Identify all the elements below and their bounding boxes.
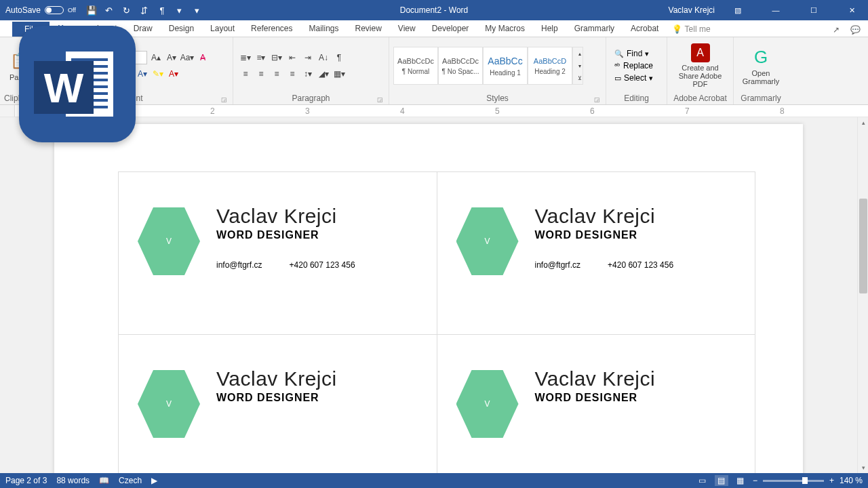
ruler-corner bbox=[0, 105, 15, 117]
styles-label: Styles bbox=[486, 94, 509, 103]
read-mode-icon[interactable]: ▭ bbox=[696, 475, 709, 486]
undo-icon[interactable]: ↶ bbox=[102, 3, 117, 18]
find-button[interactable]: 🔍 Find ▾ bbox=[613, 48, 654, 59]
align-right-icon[interactable]: ≡ bbox=[270, 67, 283, 81]
align-left-icon[interactable]: ≡ bbox=[239, 67, 252, 81]
group-editing: 🔍 Find ▾ ᵃᵇ Replace ▭ Select ▾ Editing bbox=[606, 37, 667, 104]
borders-icon[interactable]: ▦▾ bbox=[332, 67, 346, 81]
tab-help[interactable]: Help bbox=[533, 21, 566, 37]
ruler-mark: 6 bbox=[590, 106, 595, 116]
w-icon: W bbox=[34, 61, 94, 114]
touch-icon[interactable]: ⇵ bbox=[137, 3, 152, 18]
card-name: Vaclav Krejci bbox=[535, 205, 674, 228]
styles-down-icon[interactable]: ▾ bbox=[573, 60, 587, 72]
style-heading1[interactable]: AaBbCcHeading 1 bbox=[483, 47, 528, 85]
tab-developer[interactable]: Developer bbox=[424, 21, 477, 37]
style-nospacing[interactable]: AaBbCcDc¶ No Spac... bbox=[438, 47, 483, 85]
page[interactable]: V Vaclav Krejci WORD DESIGNER info@ftgrf… bbox=[54, 124, 803, 473]
tab-review[interactable]: Review bbox=[347, 21, 390, 37]
justify-icon[interactable]: ≡ bbox=[285, 67, 299, 81]
indent-icon[interactable]: ⇥ bbox=[301, 51, 315, 64]
tell-me[interactable]: 💡 Tell me bbox=[667, 22, 715, 37]
line-spacing-icon[interactable]: ↕▾ bbox=[301, 67, 315, 81]
customize-icon[interactable]: ▾ bbox=[172, 3, 187, 18]
tab-mymacros[interactable]: My Macros bbox=[477, 21, 533, 37]
font-color-icon[interactable]: A▾ bbox=[167, 67, 180, 81]
styles-more-icon[interactable]: ⊻ bbox=[573, 72, 587, 84]
maximize-icon[interactable]: ☐ bbox=[799, 0, 829, 20]
dialog-launcher-icon[interactable]: ◲ bbox=[377, 96, 383, 103]
tab-mailings[interactable]: Mailings bbox=[300, 21, 347, 37]
save-icon[interactable]: 💾 bbox=[84, 3, 99, 18]
tab-acrobat[interactable]: Acrobat bbox=[623, 21, 667, 37]
group-acrobat: ACreate and Share Adobe PDF Adobe Acroba… bbox=[667, 37, 734, 104]
card-phone: +420 607 123 456 bbox=[290, 260, 355, 270]
comments-icon[interactable]: 💬 bbox=[848, 23, 863, 37]
card-cell[interactable]: V Vaclav Krejci WORD DESIGNER info@ftgrf… bbox=[119, 172, 437, 335]
change-case-icon[interactable]: Aa▾ bbox=[180, 51, 194, 64]
tab-view[interactable]: View bbox=[390, 21, 424, 37]
outdent-icon[interactable]: ⇤ bbox=[285, 51, 299, 64]
scroll-thumb[interactable] bbox=[859, 199, 867, 293]
close-icon[interactable]: ✕ bbox=[837, 0, 867, 20]
align-center-icon[interactable]: ≡ bbox=[254, 67, 268, 81]
paragraph-icon[interactable]: ¶ bbox=[155, 3, 170, 18]
ribbon-display-icon[interactable]: ▧ bbox=[723, 0, 753, 20]
scroll-down-icon[interactable]: ▾ bbox=[858, 462, 868, 473]
grow-font-icon[interactable]: A▴ bbox=[149, 51, 163, 64]
multilevel-icon[interactable]: ⊟▾ bbox=[270, 51, 283, 64]
ruler-mark: 3 bbox=[305, 106, 310, 116]
macro-icon[interactable]: ▶ bbox=[151, 476, 157, 485]
replace-button[interactable]: ᵃᵇ Replace bbox=[613, 60, 654, 71]
share-icon[interactable]: ↗ bbox=[829, 23, 844, 37]
shrink-font-icon[interactable]: A▾ bbox=[165, 51, 178, 64]
card-cell[interactable]: V Vaclav Krejci WORD DESIGNER info@ftgrf… bbox=[437, 172, 755, 335]
group-grammarly: GOpen Grammarly Grammarly bbox=[734, 37, 788, 104]
open-grammarly-button[interactable]: GOpen Grammarly bbox=[738, 46, 784, 85]
vertical-scrollbar[interactable]: ▴ ▾ bbox=[857, 117, 868, 473]
user-name[interactable]: Vaclav Krejci bbox=[669, 5, 715, 15]
card-cell[interactable]: V Vaclav Krejci WORD DESIGNER bbox=[437, 335, 755, 474]
bullets-icon[interactable]: ≣▾ bbox=[239, 51, 252, 64]
document-area[interactable]: V Vaclav Krejci WORD DESIGNER info@ftgrf… bbox=[0, 117, 857, 473]
card-title: WORD DESIGNER bbox=[535, 229, 674, 241]
numbering-icon[interactable]: ≡▾ bbox=[254, 51, 268, 64]
dialog-launcher-icon[interactable]: ◲ bbox=[594, 96, 600, 103]
shading-icon[interactable]: ◢▾ bbox=[317, 67, 330, 81]
word-count[interactable]: 88 words bbox=[56, 476, 90, 485]
spelling-icon[interactable]: 📖 bbox=[99, 476, 109, 485]
acrobat-label: Adobe Acrobat bbox=[673, 94, 727, 103]
select-button[interactable]: ▭ Select ▾ bbox=[613, 73, 654, 83]
card-cell[interactable]: V Vaclav Krejci WORD DESIGNER bbox=[119, 335, 437, 474]
page-indicator[interactable]: Page 2 of 3 bbox=[5, 476, 47, 485]
scroll-up-icon[interactable]: ▴ bbox=[858, 117, 868, 128]
tab-references[interactable]: References bbox=[243, 21, 300, 37]
tab-grammarly[interactable]: Grammarly bbox=[566, 21, 623, 37]
zoom-in-icon[interactable]: + bbox=[829, 476, 834, 485]
styles-up-icon[interactable]: ▴ bbox=[573, 47, 587, 60]
card-title: WORD DESIGNER bbox=[535, 392, 656, 404]
text-effects-icon[interactable]: A▾ bbox=[136, 67, 149, 81]
autosave-toggle[interactable]: AutoSave Off bbox=[0, 5, 81, 15]
print-layout-icon[interactable]: ▤ bbox=[715, 475, 728, 486]
show-marks-icon[interactable]: ¶ bbox=[332, 51, 346, 64]
create-pdf-button[interactable]: ACreate and Share Adobe PDF bbox=[671, 43, 729, 88]
web-layout-icon[interactable]: ▦ bbox=[734, 475, 747, 486]
zoom-level[interactable]: 140 % bbox=[840, 476, 863, 485]
minimize-icon[interactable]: — bbox=[761, 0, 791, 20]
paragraph-label: Paragraph bbox=[292, 94, 330, 103]
style-heading2[interactable]: AaBbCcDHeading 2 bbox=[528, 47, 572, 85]
zoom-out-icon[interactable]: − bbox=[753, 476, 757, 485]
highlight-icon[interactable]: ✎▾ bbox=[151, 67, 165, 81]
tab-design[interactable]: Design bbox=[161, 21, 202, 37]
style-normal[interactable]: AaBbCcDc¶ Normal bbox=[393, 47, 438, 85]
more-icon[interactable]: ▾ bbox=[190, 3, 205, 18]
toggle-icon[interactable] bbox=[45, 6, 64, 14]
tab-layout[interactable]: Layout bbox=[202, 21, 243, 37]
clear-format-icon[interactable]: A̶ bbox=[196, 51, 210, 64]
redo-icon[interactable]: ↻ bbox=[119, 3, 134, 18]
language-indicator[interactable]: Czech bbox=[119, 476, 142, 485]
dialog-launcher-icon[interactable]: ◲ bbox=[221, 96, 227, 103]
sort-icon[interactable]: A↓ bbox=[317, 51, 330, 64]
zoom-slider[interactable] bbox=[763, 480, 824, 482]
